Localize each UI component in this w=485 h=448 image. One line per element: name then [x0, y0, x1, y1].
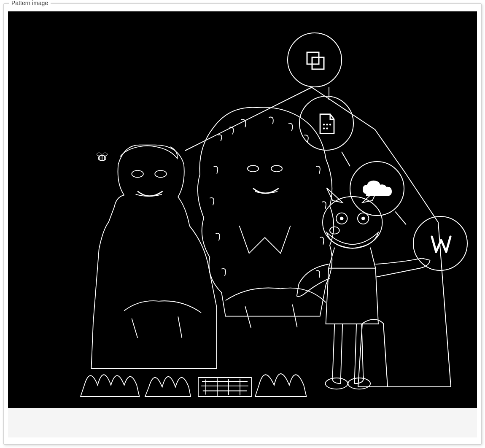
svg-point-21 — [361, 217, 365, 220]
fieldset-legend: Pattern image — [9, 0, 51, 6]
svg-point-20 — [340, 217, 343, 220]
pattern-image-fieldset: Pattern image — [3, 3, 482, 445]
svg-point-15 — [248, 165, 259, 172]
svg-point-13 — [132, 170, 143, 177]
edge-detected-image — [8, 11, 477, 408]
svg-point-16 — [271, 165, 282, 172]
foliage-outline — [8, 332, 472, 408]
svg-point-14 — [155, 170, 166, 177]
pattern-image-viewport — [8, 11, 477, 408]
panel-footer-gap — [8, 408, 477, 437]
svg-point-22 — [330, 227, 340, 234]
